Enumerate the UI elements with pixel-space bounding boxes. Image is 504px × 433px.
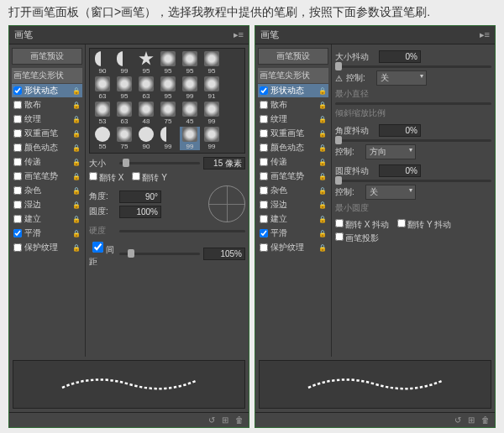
sidebar-item[interactable]: 保护纹理🔒 <box>258 241 328 254</box>
sidebar-item[interactable]: 湿边🔒 <box>258 198 328 211</box>
sidebar-item[interactable]: 散布🔒 <box>258 98 328 112</box>
angle-control-dropdown[interactable]: 方向 <box>365 144 416 159</box>
trash-icon[interactable]: 🗑 <box>481 415 490 425</box>
sidebar-item[interactable]: 颜色动态🔒 <box>12 141 82 154</box>
brush-thumbnail[interactable]: 91 <box>202 76 222 100</box>
lock-icon: 🔒 <box>72 116 81 123</box>
brush-thumbnail[interactable]: 99 <box>114 51 134 75</box>
sidebar-item[interactable]: 纹理🔒 <box>258 112 328 126</box>
sidebar-item[interactable]: 杂色🔒 <box>258 184 328 197</box>
brush-thumbnail[interactable]: 63 <box>136 76 156 100</box>
brush-thumbnail[interactable]: 75 <box>158 102 178 125</box>
sidebar-item[interactable]: 形状动态🔒 <box>258 84 328 97</box>
sidebar-item[interactable]: 散布🔒 <box>12 98 82 112</box>
brush-thumbnail[interactable]: 55 <box>92 127 113 150</box>
sidebar-item[interactable]: 双重画笔🔒 <box>258 127 328 140</box>
lock-icon: 🔒 <box>72 244 81 252</box>
brush-thumbnail[interactable]: 75 <box>114 127 134 150</box>
brush-thumbnail[interactable]: 63 <box>92 76 113 100</box>
sidebar-item[interactable]: 纹理🔒 <box>12 112 82 126</box>
brush-thumbnail[interactable]: 99 <box>202 102 222 125</box>
sidebar-item[interactable]: 画笔笔势🔒 <box>258 170 328 183</box>
brush-thumbnail[interactable]: 90 <box>92 51 113 75</box>
flip-x-check[interactable]: 翻转 X <box>89 172 123 184</box>
panel-menu-icon[interactable]: ▸≡ <box>234 29 244 40</box>
lock-icon: 🔒 <box>318 244 327 252</box>
trash-icon[interactable]: 🗑 <box>235 415 244 425</box>
brush-thumbnail[interactable]: 53 <box>92 102 113 125</box>
brush-thumbnail[interactable]: 99 <box>180 127 200 150</box>
toggle-icon[interactable]: ↺ <box>454 415 461 425</box>
sidebar-item[interactable]: 保护纹理🔒 <box>12 241 82 254</box>
brush-thumbnail[interactable]: 95 <box>202 51 222 75</box>
size-jitter-slider[interactable] <box>335 65 491 68</box>
lock-icon: 🔒 <box>318 173 327 180</box>
lock-icon: 🔒 <box>318 230 327 237</box>
brush-thumbnail[interactable]: 95 <box>114 76 134 100</box>
brush-thumbnail[interactable]: 95 <box>158 51 178 75</box>
round-jitter-slider[interactable] <box>335 180 491 182</box>
sidebar-item[interactable]: 传递🔒 <box>258 155 328 169</box>
instruction-text: 打开画笔面板（窗口>画笔），选择我教程中提供的笔刷，按照下面参数设置笔刷. <box>0 0 504 25</box>
brush-thumbnail[interactable]: 45 <box>180 102 200 125</box>
brush-thumbnail[interactable]: 99 <box>180 76 200 100</box>
spacing-check[interactable]: 间距 <box>89 239 116 268</box>
control-label: 控制: <box>335 186 362 198</box>
panel-title: 画笔 <box>14 29 33 41</box>
brush-thumbnail[interactable]: 63 <box>114 102 134 125</box>
brush-thumbnail[interactable]: 99 <box>158 127 178 150</box>
brush-thumbnail[interactable]: 95 <box>136 51 156 75</box>
brush-tip-shape[interactable]: 画笔笔尖形状 <box>12 68 82 83</box>
round-control-dropdown[interactable]: 关 <box>365 185 416 200</box>
flip-x-jitter-check[interactable]: 翻转 X 抖动 <box>335 219 389 231</box>
brush-thumbnail[interactable]: 99 <box>202 127 222 150</box>
new-icon[interactable]: ⊞ <box>222 415 228 425</box>
flip-y-jitter-check[interactable]: 翻转 Y 抖动 <box>397 219 451 231</box>
panel-menu-icon[interactable]: ▸≡ <box>480 29 490 40</box>
lock-icon: 🔒 <box>318 102 327 109</box>
lock-icon: 🔒 <box>72 216 81 223</box>
round-jitter-input[interactable] <box>379 164 421 177</box>
new-icon[interactable]: ⊞ <box>468 415 475 425</box>
sidebar-item[interactable]: 平滑🔒 <box>258 227 328 240</box>
sidebar-item[interactable]: 平滑🔒 <box>12 227 82 240</box>
lock-icon: 🔒 <box>318 201 327 209</box>
spacing-input[interactable] <box>203 248 245 260</box>
brush-preset-button[interactable]: 画笔预设 <box>12 48 82 65</box>
brush-thumbnail-grid[interactable]: 9099959595956395639599915363487545995575… <box>89 48 245 154</box>
sidebar-item[interactable]: 杂色🔒 <box>12 184 82 197</box>
sidebar-item[interactable]: 湿边🔒 <box>12 198 82 211</box>
angle-jitter-input[interactable] <box>379 124 421 137</box>
lock-icon: 🔒 <box>72 130 81 138</box>
sidebar-item[interactable]: 画笔笔势🔒 <box>12 170 82 183</box>
brush-tip-shape[interactable]: 画笔笔尖形状 <box>258 68 328 83</box>
brush-thumbnail[interactable]: 95 <box>158 76 178 100</box>
roundness-input[interactable] <box>119 206 161 218</box>
panel-footer: ↺ ⊞ 🗑 <box>9 412 249 427</box>
angle-widget-icon[interactable] <box>208 185 245 222</box>
panel-title: 画笔 <box>260 29 279 41</box>
sidebar-item[interactable]: 形状动态🔒 <box>12 84 82 97</box>
angle-jitter-slider[interactable] <box>335 139 491 142</box>
lock-icon: 🔒 <box>318 116 327 123</box>
size-slider[interactable] <box>119 162 200 164</box>
brush-thumbnail[interactable]: 95 <box>180 51 200 75</box>
size-input[interactable] <box>203 157 245 170</box>
angle-input[interactable] <box>119 190 161 203</box>
sidebar-item[interactable]: 双重画笔🔒 <box>12 127 82 140</box>
brush-thumbnail[interactable]: 90 <box>136 127 156 150</box>
size-control-dropdown[interactable]: 关 <box>376 70 427 86</box>
min-diameter-slider <box>335 102 491 105</box>
sidebar-item[interactable]: 传递🔒 <box>12 155 82 169</box>
panel-footer: ↺ ⊞ 🗑 <box>255 412 495 427</box>
size-jitter-input[interactable] <box>379 50 421 63</box>
toggle-icon[interactable]: ↺ <box>208 415 215 425</box>
sidebar-item[interactable]: 颜色动态🔒 <box>258 141 328 154</box>
flip-y-check[interactable]: 翻转 Y <box>132 172 166 184</box>
brush-thumbnail[interactable]: 48 <box>136 102 156 125</box>
brush-preset-button[interactable]: 画笔预设 <box>258 48 328 65</box>
brush-projection-check[interactable]: 画笔投影 <box>335 232 379 244</box>
sidebar-item[interactable]: 建立🔒 <box>258 212 328 226</box>
sidebar-item[interactable]: 建立🔒 <box>12 212 82 226</box>
spacing-slider[interactable] <box>119 253 200 255</box>
